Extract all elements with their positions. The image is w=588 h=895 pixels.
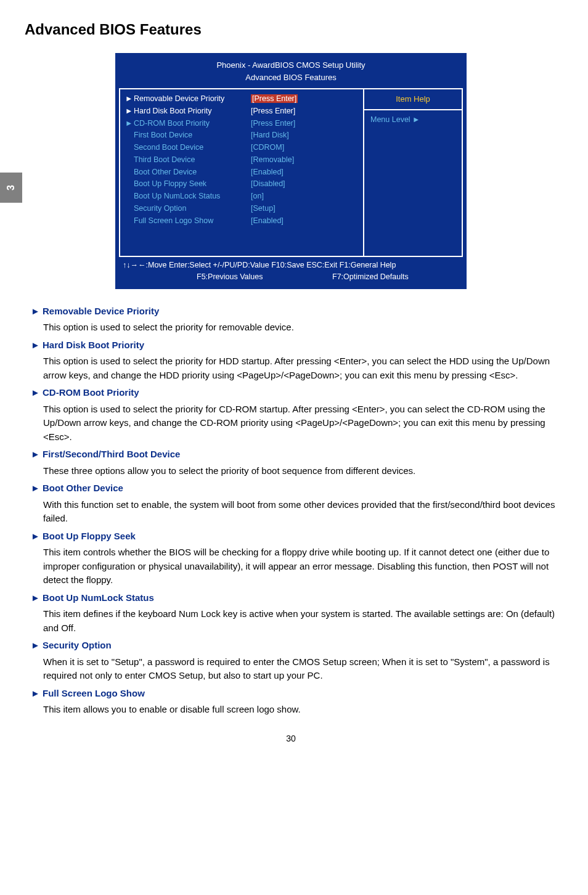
bios-menu-item: ►Hard Disk Boot Priority[Press Enter] [125,105,358,117]
bios-footer: ↑↓→←:Move Enter:Select +/-/PU/PD:Value F… [119,257,463,285]
bios-title-line1: Phoenix - AwardBIOS CMOS Setup Utility [119,59,463,72]
bios-menu-item: First Boot Device[Hard Disk] [125,129,358,141]
document-body: ► Removable Device PriorityThis option i… [25,304,557,717]
menu-level-label: Menu Level ► [364,110,462,256]
section-heading: ► Hard Disk Boot Priority [31,338,557,353]
row-marker [125,166,134,178]
bios-menu-list: ►Removable Device Priority[Press Enter]►… [120,89,363,256]
row-label: Full Screen Logo Show [134,215,251,227]
bios-menu-item: Boot Up NumLock Status[on] [125,190,358,202]
section-heading: ► Removable Device Priority [31,304,557,319]
section-body: These three options allow you to select … [31,464,557,478]
row-value: [Press Enter] [251,105,358,117]
bios-menu-item: ►CD-ROM Boot Priority[Press Enter] [125,118,358,129]
chapter-tab: 3 [0,173,22,203]
bios-menu-item: Full Screen Logo Show[Enabled] [125,215,358,227]
section-body: With this function set to enable, the sy… [31,498,557,526]
section-heading: ► Boot Up Floppy Seek [31,529,557,544]
row-value: [Hard Disk] [251,129,358,141]
section-heading: ► Full Screen Logo Show [31,687,557,701]
row-marker [125,142,134,153]
bios-menu-item: Second Boot Device[CDROM] [125,142,358,153]
section-heading: ► CD-ROM Boot Priority [31,386,557,400]
row-marker [125,190,134,202]
bios-inner: ►Removable Device Priority[Press Enter]►… [119,88,463,257]
bios-help-panel: Item Help Menu Level ► [363,89,462,256]
section-body: This option is used to select the priori… [31,354,557,382]
row-label: Third Boot Device [134,154,251,166]
row-value: [Press Enter] [251,118,358,129]
row-label: First Boot Device [134,129,251,141]
section-heading: ► Security Option [31,639,557,653]
bios-menu-item: Security Option[Setup] [125,203,358,215]
bios-menu-item: ►Removable Device Priority[Press Enter] [125,93,358,105]
row-marker: ► [125,118,134,129]
bios-title-line2: Advanced BIOS Features [119,72,463,84]
row-value: [Disabled] [251,178,358,190]
row-value: [Press Enter] [251,93,358,105]
row-label: CD-ROM Boot Priority [134,118,251,129]
page-number: 30 [25,732,557,745]
bios-screenshot: Phoenix - AwardBIOS CMOS Setup Utility A… [115,53,467,289]
item-help-label: Item Help [364,89,462,110]
section-body: This option is used to select the priori… [31,321,557,335]
row-label: Boot Up NumLock Status [134,190,251,202]
section-body: This item allows you to enable or disabl… [31,703,557,717]
bios-footer-f5: F5:Previous Values [197,271,332,283]
row-marker [125,178,134,190]
bios-menu-item: Third Boot Device[Removable] [125,154,358,166]
row-label: Boot Other Device [134,166,251,178]
row-value: [Enabled] [251,166,358,178]
row-marker: ► [125,105,134,117]
row-marker: ► [125,93,134,105]
row-marker [125,154,134,166]
row-marker [125,203,134,215]
row-label: Removable Device Priority [134,93,251,105]
row-value: [on] [251,190,358,202]
row-value: [Enabled] [251,215,358,227]
row-label: Security Option [134,203,251,215]
row-marker [125,215,134,227]
bios-menu-item: Boot Up Floppy Seek[Disabled] [125,178,358,190]
row-value: [Removable] [251,154,358,166]
row-label: Second Boot Device [134,142,251,153]
row-value: [CDROM] [251,142,358,153]
bios-header: Phoenix - AwardBIOS CMOS Setup Utility A… [119,57,463,88]
section-body: When it is set to "Setup", a password is… [31,655,557,683]
page-title: Advanced BIOS Features [25,18,557,41]
row-value: [Setup] [251,203,358,215]
bios-footer-line1: ↑↓→←:Move Enter:Select +/-/PU/PD:Value F… [123,260,459,271]
section-body: This item defines if the keyboard Num Lo… [31,607,557,635]
row-marker [125,129,134,141]
section-heading: ► First/Second/Third Boot Device [31,448,557,462]
row-label: Boot Up Floppy Seek [134,178,251,190]
row-label: Hard Disk Boot Priority [134,105,251,117]
section-heading: ► Boot Up NumLock Status [31,591,557,605]
section-body: This option is used to select the priori… [31,403,557,444]
bios-menu-item: Boot Other Device[Enabled] [125,166,358,178]
bios-footer-f7: F7:Optimized Defaults [332,271,409,283]
section-body: This item controls whether the BIOS will… [31,546,557,587]
section-heading: ► Boot Other Device [31,481,557,496]
